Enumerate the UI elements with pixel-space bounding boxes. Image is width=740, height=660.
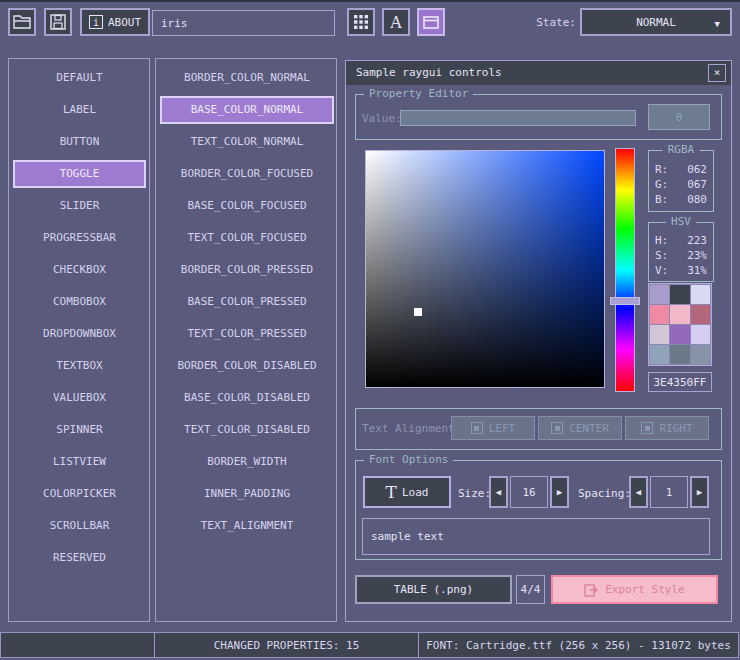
grid-icon — [354, 15, 368, 29]
load-font-button[interactable]: T Load — [363, 476, 451, 508]
control-item-checkbox[interactable]: CHECKBOX — [13, 256, 146, 284]
control-item-default[interactable]: DEFAULT — [13, 64, 146, 92]
control-item-progressbar[interactable]: PROGRESSBAR — [13, 224, 146, 252]
palette-swatch[interactable] — [670, 325, 689, 344]
palette-swatch[interactable] — [691, 305, 710, 324]
property-item-border-color-pressed[interactable]: BORDER_COLOR_PRESSED — [160, 256, 334, 284]
hsv-group: HSV H:223 S:23% V:31% — [648, 222, 714, 282]
value-slider — [400, 110, 636, 126]
h-value: 223 — [687, 233, 707, 248]
align-left-icon — [471, 422, 483, 434]
about-button-label: ABOUT — [108, 16, 141, 29]
control-item-listview[interactable]: LISTVIEW — [13, 448, 146, 476]
r-value: 062 — [687, 162, 707, 177]
property-item-text-color-focused[interactable]: TEXT_COLOR_FOCUSED — [160, 224, 334, 252]
style-table-view-button[interactable] — [347, 8, 375, 36]
font-view-button[interactable]: A — [382, 8, 410, 36]
palette-swatch[interactable] — [670, 305, 689, 324]
hue-slider[interactable] — [615, 148, 635, 392]
property-item-border-color-disabled[interactable]: BORDER_COLOR_DISABLED — [160, 352, 334, 380]
palette-swatch[interactable] — [650, 325, 669, 344]
align-center-icon — [551, 422, 563, 434]
arrow-left-icon: ◀ — [496, 487, 501, 497]
size-increase-button[interactable]: ▶ — [550, 476, 569, 508]
control-item-toggle[interactable]: TOGGLE — [13, 160, 146, 188]
floppy-disk-icon — [50, 14, 66, 30]
palette-swatch[interactable] — [650, 285, 669, 304]
property-item-base-color-disabled[interactable]: BASE_COLOR_DISABLED — [160, 384, 334, 412]
property-item-text-alignment[interactable]: TEXT_ALIGNMENT — [160, 512, 334, 540]
r-label: R: — [655, 162, 668, 177]
arrow-left-icon: ◀ — [636, 487, 641, 497]
value-label: Value: — [362, 112, 402, 125]
align-left-label: LEFT — [489, 422, 516, 435]
palette-swatch[interactable] — [691, 285, 710, 304]
state-dropdown-value: NORMAL — [636, 16, 676, 29]
size-value-box[interactable]: 16 — [510, 476, 548, 508]
arrow-right-icon: ▶ — [697, 487, 702, 497]
sample-text-box[interactable]: sample text — [362, 518, 710, 555]
control-item-valuebox[interactable]: VALUEBOX — [13, 384, 146, 412]
state-label: State: — [528, 16, 576, 29]
window-title: Sample raygui controls — [356, 66, 502, 79]
palette-swatch[interactable] — [691, 345, 710, 364]
property-item-text-color-normal[interactable]: TEXT_COLOR_NORMAL — [160, 128, 334, 156]
palette-swatch[interactable] — [691, 325, 710, 344]
rgba-title: RGBA — [663, 143, 700, 156]
spacing-increase-button[interactable]: ▶ — [690, 476, 709, 508]
s-label: S: — [655, 248, 668, 263]
palette-swatch[interactable] — [670, 345, 689, 364]
export-style-button[interactable]: Export Style — [551, 575, 718, 604]
hex-color-textbox[interactable]: 3E4350FF — [648, 372, 712, 392]
window-titlebar[interactable]: Sample raygui controls × — [346, 61, 731, 85]
property-item-base-color-focused[interactable]: BASE_COLOR_FOCUSED — [160, 192, 334, 220]
rgba-group: RGBA R:062 G:067 B:080 — [648, 150, 714, 212]
control-item-label[interactable]: LABEL — [13, 96, 146, 124]
property-item-border-color-focused[interactable]: BORDER_COLOR_FOCUSED — [160, 160, 334, 188]
control-item-colorpicker[interactable]: COLORPICKER — [13, 480, 146, 508]
control-item-slider[interactable]: SLIDER — [13, 192, 146, 220]
control-item-reserved[interactable]: RESERVED — [13, 544, 146, 572]
align-center-button: CENTER — [538, 416, 622, 440]
color-picker-cursor[interactable] — [414, 308, 422, 316]
export-format-button[interactable]: TABLE (.png) — [355, 575, 512, 604]
property-item-text-color-disabled[interactable]: TEXT_COLOR_DISABLED — [160, 416, 334, 444]
h-label: H: — [655, 233, 668, 248]
state-dropdown[interactable]: NORMAL ▼ — [580, 8, 732, 36]
b-label: B: — [655, 192, 668, 207]
property-item-inner-padding[interactable]: INNER_PADDING — [160, 480, 334, 508]
info-icon: i — [89, 15, 103, 29]
save-file-button[interactable] — [44, 8, 72, 36]
control-item-button[interactable]: BUTTON — [13, 128, 146, 156]
size-decrease-button[interactable]: ◀ — [489, 476, 508, 508]
property-item-base-color-normal[interactable]: BASE_COLOR_NORMAL — [160, 96, 334, 124]
property-item-text-color-pressed[interactable]: TEXT_COLOR_PRESSED — [160, 320, 334, 348]
control-item-textbox[interactable]: TEXTBOX — [13, 352, 146, 380]
font-info-status: FONT: Cartridge.ttf (256 x 256) - 131072… — [418, 632, 739, 658]
hue-slider-handle[interactable] — [610, 297, 640, 305]
control-item-dropdownbox[interactable]: DROPDOWNBOX — [13, 320, 146, 348]
control-item-spinner[interactable]: SPINNER — [13, 416, 146, 444]
property-item-base-color-pressed[interactable]: BASE_COLOR_PRESSED — [160, 288, 334, 316]
control-item-combobox[interactable]: COMBOBOX — [13, 288, 146, 316]
align-right-button: RIGHT — [625, 416, 709, 440]
changed-properties-status: CHANGED PROPERTIES: 15 — [154, 632, 419, 658]
property-item-border-color-normal[interactable]: BORDER_COLOR_NORMAL — [160, 64, 334, 92]
palette-swatch[interactable] — [650, 345, 669, 364]
open-file-button[interactable] — [8, 8, 36, 36]
s-value: 23% — [687, 248, 707, 263]
controls-view-button[interactable] — [417, 8, 445, 36]
v-label: V: — [655, 263, 668, 278]
color-picker-area[interactable] — [365, 150, 605, 388]
about-button[interactable]: i ABOUT — [80, 8, 150, 36]
spacing-decrease-button[interactable]: ◀ — [629, 476, 648, 508]
close-icon[interactable]: × — [708, 64, 726, 82]
palette-swatch[interactable] — [650, 305, 669, 324]
hsv-title: HSV — [666, 215, 696, 228]
palette-swatch[interactable] — [670, 285, 689, 304]
style-name-input[interactable] — [152, 10, 335, 36]
control-item-scrollbar[interactable]: SCROLLBAR — [13, 512, 146, 540]
properties-list-panel: BORDER_COLOR_NORMAL BASE_COLOR_NORMAL TE… — [155, 58, 337, 622]
property-item-border-width[interactable]: BORDER_WIDTH — [160, 448, 334, 476]
spacing-value-box[interactable]: 1 — [650, 476, 688, 508]
